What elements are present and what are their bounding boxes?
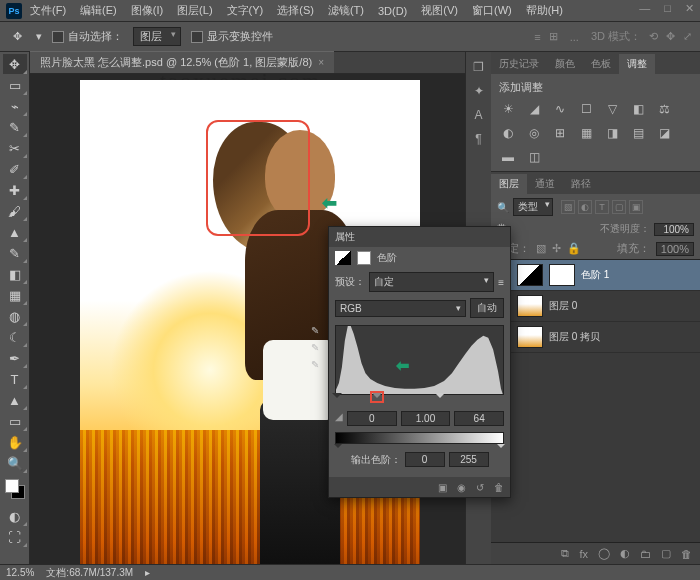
window-close-icon[interactable]: ✕ [685,2,694,15]
layer-name[interactable]: 色阶 1 [581,268,609,282]
layer-thumb[interactable] [517,326,543,348]
adj-bw-icon[interactable]: ◐ [499,125,517,141]
lock-all-icon[interactable]: 🔒 [567,242,581,255]
gradient-tool[interactable]: ▦ [3,285,27,305]
menu-layer[interactable]: 图层(L) [171,1,218,20]
tab-paths[interactable]: 路径 [563,174,599,194]
dropdown-indicator-icon[interactable]: ▾ [36,30,42,43]
adj-exposure-icon[interactable]: ☐ [577,101,595,117]
adj-invert-icon[interactable]: ◨ [603,125,621,141]
color-swatches[interactable] [3,477,27,501]
view-previous-icon[interactable]: ◉ [457,482,466,493]
adj-vibrance-icon[interactable]: ▽ [603,101,621,117]
tab-layers[interactable]: 图层 [491,174,527,194]
healing-tool[interactable]: ✚ [3,180,27,200]
adj-gradient-map-icon[interactable]: ▬ [499,149,517,165]
menu-3d[interactable]: 3D(D) [372,3,413,19]
tab-channels[interactable]: 通道 [527,174,563,194]
hand-tool[interactable]: ✋ [3,432,27,452]
clip-to-layer-icon[interactable]: ▣ [438,482,447,493]
filter-shape-icon[interactable]: ▢ [612,200,626,214]
adj-balance-icon[interactable]: ⚖ [655,101,673,117]
dodge-tool[interactable]: ☾ [3,327,27,347]
window-minimize-icon[interactable]: ― [639,2,650,15]
adj-hue-icon[interactable]: ◧ [629,101,647,117]
quick-mask-tool[interactable]: ◐ [3,506,27,526]
status-menu-icon[interactable]: ▸ [145,567,150,578]
input-white-field[interactable]: 64 [454,411,504,426]
crop-tool[interactable]: ✂ [3,138,27,158]
preset-dropdown[interactable]: 自定 [369,272,494,292]
menu-file[interactable]: 文件(F) [24,1,72,20]
type-tool[interactable]: T [3,369,27,389]
fill-field[interactable]: 100% [656,242,694,256]
new-layer-icon[interactable]: ▢ [661,547,671,560]
move-tool[interactable]: ✥ [3,54,27,74]
auto-select-checkbox[interactable]: 自动选择： [52,29,123,44]
output-gradient[interactable] [335,432,504,444]
adj-posterize-icon[interactable]: ▤ [629,125,647,141]
search-icon[interactable]: 🔍 [497,202,509,213]
quick-select-tool[interactable]: ✎ [3,117,27,137]
align-icon[interactable]: ≡ [534,31,540,43]
opacity-field[interactable]: 100% [654,223,694,236]
tab-adjustments[interactable]: 调整 [619,54,655,74]
collapsed-panel-icon[interactable]: ¶ [475,132,481,146]
filter-kind-dropdown[interactable]: 类型 [513,198,553,216]
menu-view[interactable]: 视图(V) [415,1,464,20]
panel-menu-icon[interactable]: ≡ [498,277,504,288]
delete-adjustment-icon[interactable]: 🗑 [494,482,504,493]
adj-photo-filter-icon[interactable]: ◎ [525,125,543,141]
layer-thumb-mask[interactable] [549,264,575,286]
blur-tool[interactable]: ◍ [3,306,27,326]
pen-tool[interactable]: ✒ [3,348,27,368]
doc-size[interactable]: 文档:68.7M/137.3M [46,566,133,580]
brush-tool[interactable]: 🖌 [3,201,27,221]
eraser-tool[interactable]: ◧ [3,264,27,284]
filter-type-icon[interactable]: T [595,200,609,214]
menu-edit[interactable]: 编辑(E) [74,1,123,20]
blend-mode-dropdown[interactable]: 常 [497,222,596,236]
layer-row[interactable]: 👁 图层 0 [491,291,700,322]
document-tab-close-icon[interactable]: × [318,57,324,68]
new-group-icon[interactable]: 🗀 [640,548,651,560]
add-mask-icon[interactable]: ◯ [598,547,610,560]
tab-swatches[interactable]: 色板 [583,54,619,74]
layer-row[interactable]: 👁 图层 0 拷贝 [491,322,700,353]
reset-icon[interactable]: ↺ [476,482,484,493]
input-black-field[interactable]: 0 [347,411,397,426]
menu-window[interactable]: 窗口(W) [466,1,518,20]
tab-history[interactable]: 历史记录 [491,54,547,74]
output-white-field[interactable]: 255 [449,452,489,467]
adj-curves-icon[interactable]: ∿ [551,101,569,117]
lasso-tool[interactable]: ⌁ [3,96,27,116]
white-eyedropper-icon[interactable]: ✎ [311,359,319,370]
layer-thumb[interactable] [517,295,543,317]
new-adjustment-icon[interactable]: ◐ [620,547,630,560]
adj-brightness-icon[interactable]: ☀ [499,101,517,117]
adj-levels-icon[interactable]: ◢ [525,101,543,117]
stamp-tool[interactable]: ▲ [3,222,27,242]
layer-row[interactable]: 👁 色阶 1 [491,260,700,291]
collapsed-panel-icon[interactable]: ✦ [474,84,484,98]
menu-type[interactable]: 文字(Y) [221,1,270,20]
gray-eyedropper-icon[interactable]: ✎ [311,342,319,353]
auto-button[interactable]: 自动 [470,298,504,318]
lock-position-icon[interactable]: ✢ [552,242,561,255]
filter-smart-icon[interactable]: ▣ [629,200,643,214]
tab-colors[interactable]: 颜色 [547,54,583,74]
menu-image[interactable]: 图像(I) [125,1,169,20]
zoom-3d-icon[interactable]: ⤢ [683,30,692,43]
layer-fx-icon[interactable]: fx [579,548,588,560]
levels-histogram[interactable]: ⬅ [335,325,504,395]
input-sliders[interactable] [335,393,504,405]
adj-channel-mixer-icon[interactable]: ⊞ [551,125,569,141]
window-maximize-icon[interactable]: □ [664,2,671,15]
filter-adjust-icon[interactable]: ◐ [578,200,592,214]
black-eyedropper-icon[interactable]: ✎ [311,325,319,336]
menu-help[interactable]: 帮助(H) [520,1,569,20]
distribute-icon[interactable]: ⊞ [549,30,558,43]
path-select-tool[interactable]: ▲ [3,390,27,410]
history-brush-tool[interactable]: ✎ [3,243,27,263]
marquee-tool[interactable]: ▭ [3,75,27,95]
